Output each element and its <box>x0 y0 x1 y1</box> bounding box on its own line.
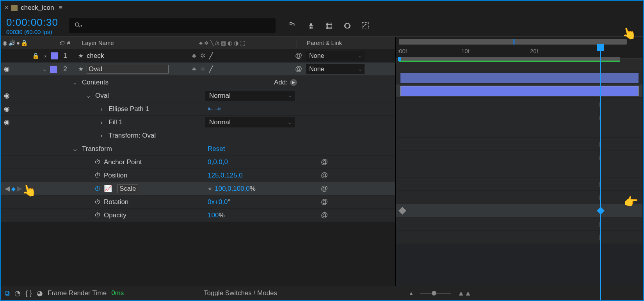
contents-group[interactable]: ⌵ Contents Add: ▶ <box>1 76 395 89</box>
time-ruler[interactable]: :00f 10f 20f <box>396 37 642 59</box>
quality-icon[interactable]: ╲ <box>210 40 213 46</box>
prop-rotation[interactable]: ⏱ Rotation 0x+0,0° @ <box>1 195 395 209</box>
timeline-row[interactable]: I <box>396 111 642 124</box>
search-input[interactable]: ▾ <box>69 18 276 33</box>
pickwhip-icon[interactable]: @ <box>321 198 328 206</box>
transform-group[interactable]: ⌵ Transform Reset <box>1 142 395 156</box>
comp-start-marker[interactable] <box>398 57 401 61</box>
path-direction-icons[interactable]: ⇤ ⇥ <box>208 105 221 113</box>
twirl-right-icon[interactable]: › <box>98 106 105 112</box>
mask-icon[interactable]: ◔ <box>14 289 21 297</box>
prop-value[interactable]: ⚭100,0,100,0% <box>208 185 256 193</box>
visibility-toggle[interactable]: ◉ <box>2 65 11 73</box>
twirl-down-icon[interactable]: ⌵ <box>41 66 48 72</box>
layer-duration-bar[interactable] <box>400 86 639 96</box>
ellipse-path-row[interactable]: ◉ › Ellipse Path 1 ⇤ ⇥ <box>1 102 395 116</box>
layer-color[interactable] <box>50 66 57 73</box>
prop-position[interactable]: ⏱ Position 125,0,125,0 @ <box>1 169 395 182</box>
adjustment-col-icon[interactable]: ◑ <box>234 40 238 46</box>
parent-dropdown[interactable]: None⌵ <box>306 64 365 74</box>
zoom-slider[interactable]: ▲ ▲▲ <box>409 289 472 297</box>
parent-dropdown[interactable]: None⌵ <box>306 51 365 61</box>
layer-name[interactable]: check <box>87 52 192 60</box>
keyframe-diamond[interactable] <box>398 207 406 215</box>
stopwatch-active-icon[interactable]: ⏱ <box>94 185 101 192</box>
frameblend-col-icon[interactable]: ▦ <box>221 40 226 46</box>
add-menu[interactable]: Add: ▶ <box>274 79 297 86</box>
motionblur-col-icon[interactable]: ◐ <box>228 40 232 46</box>
stopwatch-icon[interactable]: ⏱ <box>94 199 101 206</box>
prop-opacity[interactable]: ⏱ Opacity 100% @ <box>1 209 395 222</box>
graph-editor-icon[interactable] <box>361 22 370 30</box>
video-column-icon[interactable]: ◉ <box>2 39 7 47</box>
timeline-row-layer1[interactable] <box>396 71 642 84</box>
prop-value[interactable]: 125,0,125,0 <box>208 172 243 179</box>
brackets-icon[interactable]: { } <box>25 289 32 297</box>
comp-flowchart-icon[interactable] <box>289 22 297 30</box>
transform-oval-row[interactable]: › Transform: Oval <box>1 129 395 142</box>
layer-row-1[interactable]: 🔒 › 1 ★ check ♣✲╱ @ None⌵ <box>1 49 395 63</box>
twirl-right-icon[interactable]: › <box>98 119 105 125</box>
toggle-modes-button[interactable]: Toggle Switches / Modes <box>204 289 277 297</box>
keyframe-nav[interactable]: ◀ ◆ ▶ <box>5 185 22 193</box>
timeline-row[interactable]: I <box>396 138 642 151</box>
timeline-row[interactable]: I <box>396 231 642 244</box>
solo-column-icon[interactable]: ● <box>16 39 20 46</box>
layer-name-editable[interactable]: Oval <box>87 65 169 73</box>
timeline-row[interactable]: I <box>396 151 642 164</box>
motionblur-icon[interactable] <box>343 22 351 30</box>
layer-duration-bar[interactable] <box>400 73 639 83</box>
lock-column-icon[interactable]: 🔒 <box>21 39 28 47</box>
twirl-right-icon[interactable]: › <box>98 133 105 139</box>
collapse-icon[interactable]: ✲ <box>204 40 209 46</box>
zoom-in-icon[interactable]: ▲▲ <box>457 289 471 297</box>
pickwhip-icon[interactable]: @ <box>295 65 302 73</box>
shy-icon[interactable]: ♣ <box>199 40 203 46</box>
navigator-bar[interactable] <box>399 39 627 45</box>
fx-icon[interactable]: fx <box>215 40 219 46</box>
current-timecode[interactable]: 0:00:00:30 <box>6 16 69 29</box>
tab-menu-icon[interactable]: ≡ <box>59 4 62 11</box>
stopwatch-icon[interactable]: ⏱ <box>94 212 101 219</box>
reset-button[interactable]: Reset <box>208 145 225 153</box>
timecode-frames[interactable]: 00030 (60.00 fps) <box>6 29 69 35</box>
timeline-row[interactable] <box>396 164 642 177</box>
visibility-toggle[interactable]: ◉ <box>2 105 11 113</box>
add-keyframe-icon[interactable]: ◆ <box>11 186 16 192</box>
visibility-toggle[interactable]: ◉ <box>2 118 11 126</box>
timeline-row[interactable]: I <box>396 191 642 204</box>
prop-scale[interactable]: ◀ ◆ ▶ ⏱ 📈 Scale ⚭100,0,100,0% @ <box>1 182 395 195</box>
playhead-indicator[interactable] <box>597 44 604 51</box>
playhead-line[interactable] <box>600 44 601 301</box>
twirl-icon[interactable]: › <box>41 53 49 59</box>
visibility-toggle[interactable]: ◉ <box>2 91 11 100</box>
tab-label[interactable]: check_icon <box>21 4 54 12</box>
work-area-bar[interactable] <box>399 57 620 61</box>
3d-col-icon[interactable]: ⬚ <box>240 40 245 46</box>
pickwhip-icon[interactable]: @ <box>321 185 328 193</box>
toggle-switches-icon[interactable]: ⧉ <box>5 289 10 297</box>
twirl-down-icon[interactable]: ⌵ <box>71 146 79 152</box>
label-column-icon[interactable]: 🏷 <box>59 40 67 46</box>
timeline-row[interactable]: I <box>396 98 642 111</box>
blendmode-dropdown[interactable]: Normal⌵ <box>205 117 295 127</box>
constrain-link-icon[interactable]: ⚭ <box>208 186 212 192</box>
timeline-row-layer2[interactable] <box>396 84 642 98</box>
frameblend-icon[interactable] <box>325 22 333 30</box>
shape-group-oval[interactable]: ◉ ⌵ Oval Normal⌵ <box>1 89 395 102</box>
pickwhip-icon[interactable]: @ <box>295 52 302 60</box>
prop-anchor-point[interactable]: ⏱ Anchor Point 0,0,0,0 @ <box>1 156 395 169</box>
pickwhip-icon[interactable]: @ <box>321 171 328 179</box>
blendmode-dropdown[interactable]: Normal⌵ <box>205 91 295 101</box>
timeline-row-scale[interactable] <box>396 204 642 217</box>
timeline-row[interactable]: I <box>396 177 642 191</box>
stopwatch-icon[interactable]: ⏱ <box>94 172 101 179</box>
twirl-down-icon[interactable]: ⌵ <box>71 79 79 86</box>
twirl-down-icon[interactable]: ⌵ <box>84 93 92 99</box>
draft-3d-icon[interactable] <box>307 22 315 30</box>
close-tab-icon[interactable]: × <box>5 4 8 11</box>
pickwhip-icon[interactable]: @ <box>321 158 328 166</box>
prop-value[interactable]: 0x+0,0° <box>208 198 230 206</box>
zoom-out-icon[interactable]: ▲ <box>409 290 414 296</box>
prop-value[interactable]: 100% <box>208 211 225 219</box>
